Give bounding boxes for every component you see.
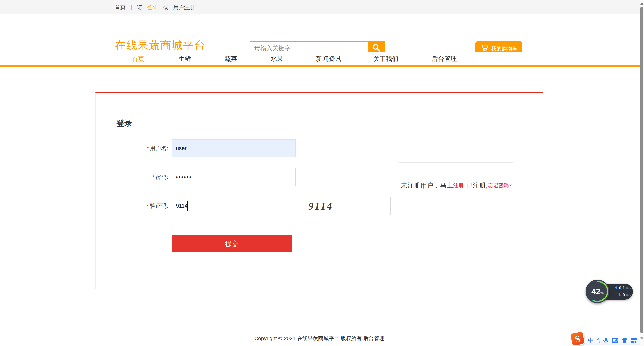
ime-microphone-icon[interactable]	[603, 337, 609, 344]
topbar-separator: |	[131, 4, 132, 10]
download-speed-value: 0	[623, 293, 625, 298]
ime-toolbox-icon[interactable]	[631, 338, 637, 343]
ime-logo-letter: S	[574, 333, 581, 345]
nav-item-about[interactable]: 关于我们	[373, 55, 398, 63]
nav-item-fresh[interactable]: 生鲜	[178, 55, 191, 63]
nav-item-home[interactable]: 首页	[132, 55, 144, 63]
nav-accent-bar	[0, 65, 644, 67]
footer-divider	[115, 330, 524, 330]
captcha-image-box[interactable]: 9114	[251, 197, 391, 215]
login-panel: 登录 *用户名: *密码: *验证码: 9114 提交 未注册用户，马上注册已注…	[95, 92, 543, 289]
ime-toolbar: 中 °,	[585, 336, 640, 345]
required-mark: *	[147, 146, 149, 151]
topbar-pre-text: 请	[137, 4, 142, 11]
nav-item-admin[interactable]: 后台管理	[432, 55, 457, 63]
register-text-2: 已注册,	[466, 181, 488, 190]
submit-button[interactable]: 提交	[172, 235, 292, 252]
upload-speed-unit: K/s	[626, 286, 631, 290]
cart-button-label: 我的购物车	[491, 45, 517, 52]
captcha-input[interactable]	[172, 197, 250, 215]
site-logo[interactable]: 在线果蔬商城平台	[115, 38, 206, 53]
captcha-image-text[interactable]: 9114	[308, 200, 333, 212]
password-input[interactable]	[172, 168, 296, 186]
ime-logo[interactable]: S	[570, 331, 586, 346]
download-speed-unit: K/s	[626, 293, 631, 297]
download-speed-row: 0 K/s	[611, 293, 631, 298]
captcha-label: *验证码:	[120, 202, 168, 210]
main-nav: 首页 生鲜 蔬菜 水果 新闻资讯 关于我们 后台管理	[0, 52, 644, 65]
upload-speed-value: 0.1	[619, 286, 625, 291]
username-input[interactable]	[172, 139, 296, 157]
username-label: *用户名:	[120, 145, 168, 152]
topbar-register-link[interactable]: 用户注册	[173, 4, 194, 11]
ime-skin-icon[interactable]	[622, 338, 628, 343]
text-cursor	[187, 201, 188, 211]
scrollbar	[640, 0, 644, 346]
nav-item-news[interactable]: 新闻资讯	[316, 55, 341, 63]
network-gauge[interactable]: 42%	[586, 280, 609, 303]
required-mark: *	[147, 203, 149, 209]
search-icon	[372, 43, 381, 53]
nav-item-fruits[interactable]: 水果	[271, 55, 283, 63]
password-label: *密码:	[120, 173, 168, 181]
ime-keyboard-icon[interactable]	[612, 338, 619, 343]
topbar-login-link[interactable]: 登陆	[147, 4, 158, 11]
download-arrow-icon	[618, 293, 621, 297]
login-title: 登录	[116, 118, 132, 129]
network-speed-overlay: 0.1 K/s 0 K/s 42%	[586, 279, 636, 304]
upload-arrow-icon	[615, 286, 618, 290]
scrollbar-thumb[interactable]	[640, 7, 643, 333]
scrollbar-down-arrow-icon[interactable]	[640, 337, 643, 340]
topbar-home-link[interactable]: 首页	[115, 4, 126, 11]
footer-copyright: Copyright © 2021 在线果蔬商城平台.版权所有.后台管理	[115, 335, 524, 342]
required-mark: *	[152, 174, 154, 180]
register-helper-box: 未注册用户，马上注册已注册,忘记密码?	[399, 162, 513, 208]
ime-punctuation-icon[interactable]: °,	[597, 337, 600, 344]
topbar: 首页 | 请 登陆 或 用户注册	[0, 0, 644, 14]
scrollbar-up-arrow-icon[interactable]	[640, 2, 643, 5]
topbar-or-text: 或	[163, 4, 168, 11]
upload-speed-row: 0.1 K/s	[611, 286, 631, 291]
forgot-password-link[interactable]: 忘记密码?	[488, 182, 512, 189]
register-link[interactable]: 注册	[453, 182, 464, 189]
panel-divider	[349, 116, 349, 263]
nav-item-vegetables[interactable]: 蔬菜	[225, 55, 237, 63]
topbar-links: 首页 | 请 登陆 或 用户注册	[115, 0, 194, 14]
ime-language-mode-button[interactable]: 中	[588, 337, 594, 345]
register-text-1: 未注册用户，马上	[401, 181, 453, 190]
